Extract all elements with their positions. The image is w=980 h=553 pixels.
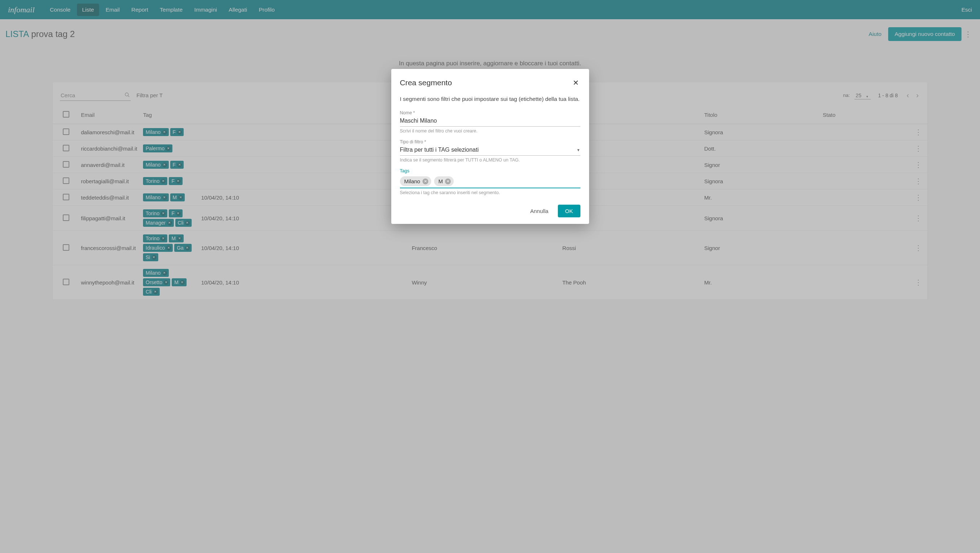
modal-overlay: Crea segmento ✕ I segmenti sono filtri c… (0, 0, 980, 300)
tags-input[interactable]: Milano✕M✕ (400, 174, 581, 188)
cancel-button[interactable]: Annulla (525, 205, 554, 217)
pill-label: M (439, 178, 443, 184)
chevron-down-icon: ▼ (577, 148, 581, 152)
selected-tag-pill[interactable]: Milano✕ (400, 176, 431, 186)
name-helper: Scrivi il nome del filtro che vuoi crear… (400, 129, 581, 133)
segment-name-input[interactable] (400, 116, 581, 127)
remove-pill-icon[interactable]: ✕ (445, 178, 451, 184)
remove-pill-icon[interactable]: ✕ (423, 178, 428, 184)
tags-label: Tags (400, 168, 581, 173)
ok-button[interactable]: OK (558, 205, 581, 217)
create-segment-modal: Crea segmento ✕ I segmenti sono filtri c… (391, 69, 589, 224)
filter-type-value: Filtra per tutti i TAG selezionati (400, 146, 577, 153)
modal-description: I segmenti sono filtri che puoi impostar… (400, 96, 581, 102)
selected-tag-pill[interactable]: M✕ (434, 176, 454, 186)
modal-title: Crea segmento (400, 78, 452, 87)
filter-type-select[interactable]: Filtra per tutti i TAG selezionati ▼ (400, 145, 581, 156)
pill-label: Milano (404, 178, 420, 184)
tags-helper: Seleziona i tag che saranno inseriti nel… (400, 190, 581, 195)
close-icon[interactable]: ✕ (571, 78, 581, 88)
type-helper: Indica se il segmento filtrerà per TUTTI… (400, 157, 581, 162)
name-label: Nome * (400, 110, 581, 115)
type-label: Tipo di filtro * (400, 139, 581, 145)
